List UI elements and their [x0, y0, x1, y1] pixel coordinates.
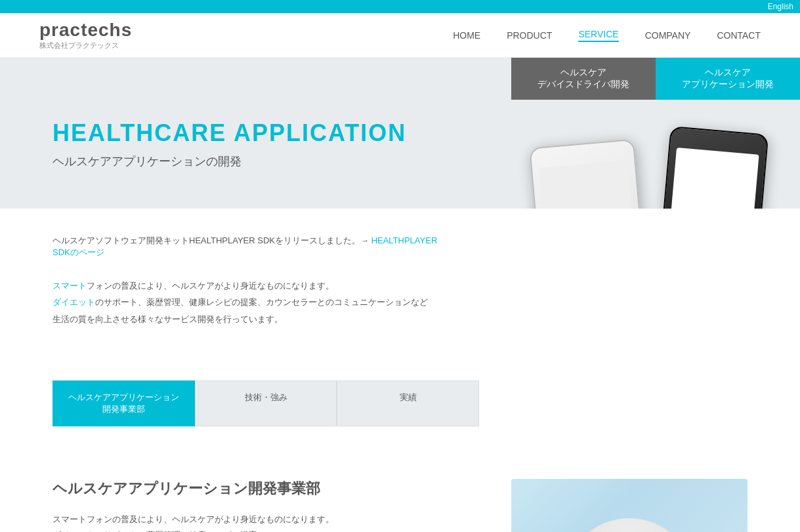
language-bar: English: [0, 0, 800, 13]
nav-product[interactable]: PRODUCT: [507, 30, 552, 41]
nav-service[interactable]: SERVICE: [578, 29, 618, 42]
nav-company[interactable]: COMPANY: [645, 30, 691, 41]
lower-highlight-diet: ダイエット: [53, 530, 95, 532]
doctor-image-placeholder: [564, 518, 695, 532]
main-content: ヘルスケアソフトウェア開発キットHEALTHPLAYER SDKをリリースしまし…: [0, 209, 492, 354]
main-navigation: HOME PRODUCT SERVICE COMPANY CONTACT: [453, 29, 761, 42]
lower-section-title: ヘルスケアアプリケーション開発事業部: [53, 479, 485, 499]
phone-black: practechs: [654, 126, 769, 209]
english-language-link[interactable]: English: [768, 2, 793, 11]
body-text-2: ダイエットのサポート、薬歴管理、健康レシピの提案、カウンセラーとのコミュニケーシ…: [53, 295, 440, 310]
phone-black-screen: practechs: [663, 148, 759, 209]
header: practechs 株式会社プラクテックス HOME PRODUCT SERVI…: [0, 13, 800, 58]
logo-text[interactable]: practechs: [39, 20, 132, 41]
body-text-1: スマートフォンの普及により、ヘルスケアがより身近なものになります。: [53, 278, 440, 293]
logo-area: practechs 株式会社プラクテックス: [39, 20, 132, 51]
phone-white-screen: practechs: [539, 161, 641, 209]
body-text-3: 生活の質を向上させる様々なサービス開発を行っています。: [53, 312, 440, 327]
sdk-announcement: ヘルスケアソフトウェア開発キットHEALTHPLAYER SDKをリリースしまし…: [53, 235, 440, 258]
nav-home[interactable]: HOME: [453, 30, 480, 41]
phone-illustration-area: practechs practechs: [498, 58, 774, 209]
phone-white: practechs: [529, 139, 651, 209]
highlight-diet: ダイエット: [53, 297, 95, 307]
subnav-results[interactable]: 実績: [337, 380, 479, 426]
logo-subtitle: 株式会社プラクテックス: [39, 41, 132, 51]
lower-body-text-2: ダイエットのサポート、薬歴管理、健康レシピの提案、: [53, 527, 485, 532]
lower-highlight-smart: スマート: [53, 514, 87, 524]
nav-contact[interactable]: CONTACT: [717, 30, 761, 41]
hero-section: ヘルスケア デバイスドライバ開発 ヘルスケア アプリケーション開発 HEALTH…: [0, 58, 800, 209]
subnav-tech-strength[interactable]: 技術・強み: [195, 380, 337, 426]
lower-image: [511, 479, 747, 532]
lower-body-text-1: スマートフォンの普及により、ヘルスケアがより身近なものになります。: [53, 512, 485, 527]
subnav-business-unit[interactable]: ヘルスケアアプリケーション 開発事業部: [53, 380, 195, 426]
lower-section: ヘルスケアアプリケーション開発事業部 スマートフォンの普及により、ヘルスケアがよ…: [0, 453, 800, 532]
lower-text-area: ヘルスケアアプリケーション開発事業部 スマートフォンの普及により、ヘルスケアがよ…: [53, 479, 485, 532]
highlight-smart: スマート: [53, 281, 87, 291]
sub-navigation: ヘルスケアアプリケーション 開発事業部 技術・強み 実績: [53, 380, 479, 426]
